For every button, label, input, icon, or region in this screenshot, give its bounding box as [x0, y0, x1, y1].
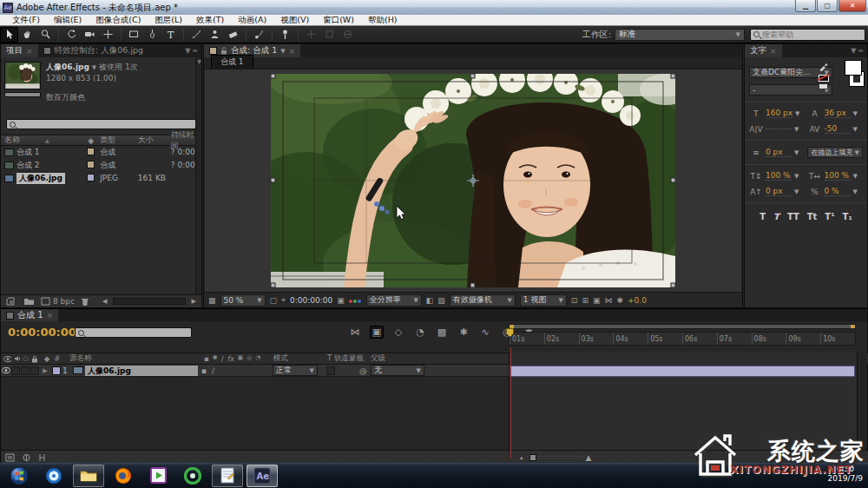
tab-character[interactable]: 文字 ×: [745, 44, 782, 57]
layer-quality-icon[interactable]: ∕: [212, 366, 214, 375]
menu-animation[interactable]: 动画(A): [231, 15, 273, 26]
footage-thumbnail[interactable]: [4, 62, 41, 96]
menu-window[interactable]: 窗口(W): [316, 15, 361, 26]
camera-tool[interactable]: [81, 27, 99, 43]
switches-column[interactable]: ▪✱ ∕fx ▣◎ ◔: [204, 354, 273, 363]
interpret-footage-icon[interactable]: [6, 297, 17, 307]
lock-icon[interactable]: [31, 355, 37, 363]
baseline-shift-field[interactable]: A↑ 0 px ▼: [749, 187, 805, 196]
label-chip[interactable]: [87, 148, 95, 155]
layer-trkmat-cell[interactable]: [326, 366, 335, 375]
resolution-dropdown[interactable]: 全分辨率▼: [366, 294, 422, 307]
kerning-field[interactable]: A|V ▼: [749, 125, 805, 134]
scroll-down-icon[interactable]: ▼: [196, 58, 202, 64]
pixel-aspect-icon[interactable]: ⊡: [571, 296, 578, 305]
brush-tool[interactable]: [187, 27, 206, 43]
timeline-search-input[interactable]: [87, 326, 182, 340]
menu-file[interactable]: 文件(F): [5, 15, 47, 26]
region-of-interest-icon[interactable]: ▢: [270, 296, 278, 305]
close-icon[interactable]: ×: [47, 311, 54, 320]
draft-3d-icon[interactable]: ◇: [391, 326, 405, 338]
close-button[interactable]: ✕: [838, 0, 866, 12]
layer-name[interactable]: 人像06.jpg: [85, 366, 198, 376]
column-size[interactable]: 大小: [138, 135, 171, 146]
thumbnail-scrubber[interactable]: [4, 92, 41, 97]
faux-bold-button[interactable]: T: [760, 212, 766, 221]
flowchart-icon[interactable]: ⋈: [604, 296, 612, 305]
close-icon[interactable]: ×: [770, 47, 777, 56]
tab-timeline-comp[interactable]: 合成 1 ×: [1, 309, 58, 321]
transparency-grid-icon[interactable]: ▨: [437, 296, 445, 305]
motion-blur-icon[interactable]: ✱: [457, 326, 470, 338]
project-vertical-scrollbar[interactable]: ▼: [195, 57, 201, 294]
pen-tool[interactable]: [143, 27, 161, 43]
composition-flow-icon[interactable]: ⋈: [348, 326, 362, 338]
timeline-button-icon[interactable]: ▣: [593, 296, 601, 305]
tab-project[interactable]: 项目 ×: [1, 44, 38, 57]
panel-menu-icon[interactable]: ≡: [858, 47, 864, 55]
camera-dropdown[interactable]: 有效摄像机▼: [450, 294, 516, 307]
close-icon[interactable]: ×: [289, 47, 296, 56]
rotation-tool[interactable]: [62, 27, 81, 43]
small-caps-button[interactable]: Tt: [807, 212, 818, 221]
zoom-slider-thumb[interactable]: [529, 454, 536, 461]
chevron-down-icon[interactable]: ▼: [851, 47, 856, 55]
graph-editor-icon[interactable]: ∿: [478, 326, 492, 338]
mode-column[interactable]: 模式: [273, 353, 327, 364]
layer-lock-cell[interactable]: [30, 366, 39, 375]
label-chip[interactable]: [87, 174, 95, 181]
timeline-timecode[interactable]: 0:00:00:00: [8, 326, 76, 339]
solo-icon[interactable]: ○: [23, 355, 29, 362]
horizontal-scrollbar[interactable]: [113, 298, 185, 305]
viewer-timecode[interactable]: 0:00:00:00: [290, 296, 332, 305]
tracking-field[interactable]: AV -50 ▼: [808, 124, 864, 134]
chevron-down-icon[interactable]: ▼: [280, 48, 285, 55]
close-icon[interactable]: ×: [26, 47, 33, 56]
timeline-zoom-slider[interactable]: ▴ ▲: [520, 453, 591, 462]
composition-image[interactable]: [271, 74, 675, 287]
project-search-input[interactable]: [18, 118, 166, 131]
menu-layer[interactable]: 图层(L): [148, 15, 189, 26]
exposure-value[interactable]: +0.0: [628, 296, 647, 305]
track-matte-column[interactable]: T 轨道蒙板: [327, 353, 371, 364]
eye-icon[interactable]: [3, 356, 11, 362]
hand-tool[interactable]: [18, 27, 36, 43]
time-ruler[interactable]: 01s 02s 03s 04s 05s 06s 07s 08s 09s 10s: [509, 321, 856, 353]
project-row-comp1[interactable]: 合成 1 合成 ? 0:00: [1, 146, 201, 159]
workspace-dropdown[interactable]: 标准 ▼: [615, 29, 745, 41]
vertical-scale-field[interactable]: T↕ 100 % ▼: [749, 171, 805, 181]
no-color-swatch[interactable]: [819, 83, 828, 89]
show-channel-icon[interactable]: [349, 296, 362, 305]
column-name[interactable]: 名称 ▲: [1, 135, 82, 146]
fill-stroke-swatches[interactable]: [832, 60, 864, 93]
source-name-column[interactable]: 源名称: [67, 353, 204, 364]
speaker-icon[interactable]: [14, 355, 20, 362]
taskbar-browser-360[interactable]: [177, 465, 208, 487]
timeline-graph-area[interactable]: [509, 353, 858, 458]
text-tool[interactable]: T: [161, 27, 180, 43]
magnification-dropdown[interactable]: 50 %▼: [220, 294, 266, 307]
taskbar-explorer[interactable]: [73, 465, 104, 487]
horizontal-scale-field[interactable]: T↔ 100 % ▼: [808, 171, 864, 181]
leading-field[interactable]: A 36 px ▼: [808, 109, 864, 118]
menu-composition[interactable]: 图像合成(C): [89, 15, 148, 26]
fill-stroke-mode-dropdown[interactable]: 在描边上填充 ▼: [807, 147, 863, 158]
minimize-button[interactable]: ▁: [795, 0, 816, 12]
layer-duration-bar[interactable]: [510, 366, 855, 377]
index-column-icon[interactable]: #: [54, 354, 60, 363]
panel-menu-icon[interactable]: ≡: [192, 47, 198, 55]
expand-transfer-controls-icon[interactable]: [22, 453, 31, 462]
layer-mode-dropdown[interactable]: 正常▼: [273, 365, 318, 376]
clone-stamp-tool[interactable]: [206, 27, 224, 43]
project-bit-depth[interactable]: 8 bpc: [41, 297, 75, 306]
start-button[interactable]: [3, 465, 35, 487]
menu-view[interactable]: 视图(V): [273, 15, 316, 26]
fill-color-swatch[interactable]: [845, 60, 862, 76]
maximize-button[interactable]: ▢: [817, 0, 838, 12]
subscript-button[interactable]: T₁: [843, 212, 852, 221]
eyedropper-icon[interactable]: [819, 61, 829, 73]
column-type[interactable]: 类型: [100, 135, 138, 146]
layer-parent-dropdown[interactable]: 无▼: [371, 365, 424, 376]
fast-preview-icon[interactable]: ⊞: [582, 296, 589, 305]
parent-pickwhip-icon[interactable]: @: [359, 366, 367, 375]
